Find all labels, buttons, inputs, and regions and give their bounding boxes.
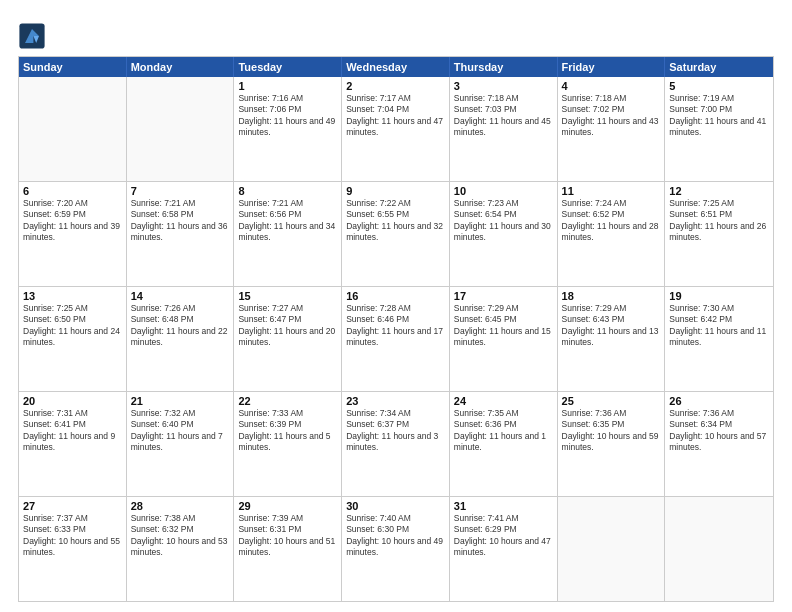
calendar-cell: 28Sunrise: 7:38 AM Sunset: 6:32 PM Dayli… bbox=[127, 497, 235, 601]
cell-info: Sunrise: 7:29 AM Sunset: 6:45 PM Dayligh… bbox=[454, 303, 553, 349]
calendar-cell: 26Sunrise: 7:36 AM Sunset: 6:34 PM Dayli… bbox=[665, 392, 773, 496]
page: SundayMondayTuesdayWednesdayThursdayFrid… bbox=[0, 0, 792, 612]
day-number: 23 bbox=[346, 395, 445, 407]
day-number: 31 bbox=[454, 500, 553, 512]
weekday-header: Wednesday bbox=[342, 57, 450, 77]
calendar-cell: 14Sunrise: 7:26 AM Sunset: 6:48 PM Dayli… bbox=[127, 287, 235, 391]
cell-info: Sunrise: 7:25 AM Sunset: 6:50 PM Dayligh… bbox=[23, 303, 122, 349]
cell-info: Sunrise: 7:19 AM Sunset: 7:00 PM Dayligh… bbox=[669, 93, 769, 139]
calendar: SundayMondayTuesdayWednesdayThursdayFrid… bbox=[18, 56, 774, 602]
weekday-header: Sunday bbox=[19, 57, 127, 77]
calendar-cell: 3Sunrise: 7:18 AM Sunset: 7:03 PM Daylig… bbox=[450, 77, 558, 181]
calendar-cell: 11Sunrise: 7:24 AM Sunset: 6:52 PM Dayli… bbox=[558, 182, 666, 286]
calendar-week: 13Sunrise: 7:25 AM Sunset: 6:50 PM Dayli… bbox=[19, 287, 773, 392]
calendar-cell: 27Sunrise: 7:37 AM Sunset: 6:33 PM Dayli… bbox=[19, 497, 127, 601]
cell-info: Sunrise: 7:36 AM Sunset: 6:34 PM Dayligh… bbox=[669, 408, 769, 454]
weekday-header: Thursday bbox=[450, 57, 558, 77]
calendar-cell: 4Sunrise: 7:18 AM Sunset: 7:02 PM Daylig… bbox=[558, 77, 666, 181]
cell-info: Sunrise: 7:35 AM Sunset: 6:36 PM Dayligh… bbox=[454, 408, 553, 454]
cell-info: Sunrise: 7:18 AM Sunset: 7:03 PM Dayligh… bbox=[454, 93, 553, 139]
calendar-week: 6Sunrise: 7:20 AM Sunset: 6:59 PM Daylig… bbox=[19, 182, 773, 287]
calendar-cell: 13Sunrise: 7:25 AM Sunset: 6:50 PM Dayli… bbox=[19, 287, 127, 391]
calendar-cell: 12Sunrise: 7:25 AM Sunset: 6:51 PM Dayli… bbox=[665, 182, 773, 286]
weekday-header: Tuesday bbox=[234, 57, 342, 77]
day-number: 21 bbox=[131, 395, 230, 407]
cell-info: Sunrise: 7:25 AM Sunset: 6:51 PM Dayligh… bbox=[669, 198, 769, 244]
calendar-cell bbox=[558, 497, 666, 601]
day-number: 1 bbox=[238, 80, 337, 92]
calendar-cell: 6Sunrise: 7:20 AM Sunset: 6:59 PM Daylig… bbox=[19, 182, 127, 286]
cell-info: Sunrise: 7:32 AM Sunset: 6:40 PM Dayligh… bbox=[131, 408, 230, 454]
cell-info: Sunrise: 7:24 AM Sunset: 6:52 PM Dayligh… bbox=[562, 198, 661, 244]
cell-info: Sunrise: 7:36 AM Sunset: 6:35 PM Dayligh… bbox=[562, 408, 661, 454]
calendar-cell: 20Sunrise: 7:31 AM Sunset: 6:41 PM Dayli… bbox=[19, 392, 127, 496]
day-number: 29 bbox=[238, 500, 337, 512]
cell-info: Sunrise: 7:20 AM Sunset: 6:59 PM Dayligh… bbox=[23, 198, 122, 244]
calendar-cell: 17Sunrise: 7:29 AM Sunset: 6:45 PM Dayli… bbox=[450, 287, 558, 391]
calendar-cell: 5Sunrise: 7:19 AM Sunset: 7:00 PM Daylig… bbox=[665, 77, 773, 181]
calendar-header: SundayMondayTuesdayWednesdayThursdayFrid… bbox=[19, 57, 773, 77]
calendar-cell: 10Sunrise: 7:23 AM Sunset: 6:54 PM Dayli… bbox=[450, 182, 558, 286]
day-number: 20 bbox=[23, 395, 122, 407]
calendar-cell: 1Sunrise: 7:16 AM Sunset: 7:06 PM Daylig… bbox=[234, 77, 342, 181]
calendar-week: 1Sunrise: 7:16 AM Sunset: 7:06 PM Daylig… bbox=[19, 77, 773, 182]
day-number: 5 bbox=[669, 80, 769, 92]
day-number: 13 bbox=[23, 290, 122, 302]
day-number: 3 bbox=[454, 80, 553, 92]
calendar-cell: 15Sunrise: 7:27 AM Sunset: 6:47 PM Dayli… bbox=[234, 287, 342, 391]
calendar-cell bbox=[19, 77, 127, 181]
day-number: 24 bbox=[454, 395, 553, 407]
calendar-cell bbox=[665, 497, 773, 601]
cell-info: Sunrise: 7:23 AM Sunset: 6:54 PM Dayligh… bbox=[454, 198, 553, 244]
day-number: 12 bbox=[669, 185, 769, 197]
header bbox=[18, 18, 774, 50]
calendar-cell: 25Sunrise: 7:36 AM Sunset: 6:35 PM Dayli… bbox=[558, 392, 666, 496]
day-number: 22 bbox=[238, 395, 337, 407]
calendar-cell: 21Sunrise: 7:32 AM Sunset: 6:40 PM Dayli… bbox=[127, 392, 235, 496]
cell-info: Sunrise: 7:29 AM Sunset: 6:43 PM Dayligh… bbox=[562, 303, 661, 349]
cell-info: Sunrise: 7:33 AM Sunset: 6:39 PM Dayligh… bbox=[238, 408, 337, 454]
calendar-week: 27Sunrise: 7:37 AM Sunset: 6:33 PM Dayli… bbox=[19, 497, 773, 601]
cell-info: Sunrise: 7:39 AM Sunset: 6:31 PM Dayligh… bbox=[238, 513, 337, 559]
day-number: 8 bbox=[238, 185, 337, 197]
day-number: 26 bbox=[669, 395, 769, 407]
cell-info: Sunrise: 7:31 AM Sunset: 6:41 PM Dayligh… bbox=[23, 408, 122, 454]
cell-info: Sunrise: 7:37 AM Sunset: 6:33 PM Dayligh… bbox=[23, 513, 122, 559]
calendar-cell: 19Sunrise: 7:30 AM Sunset: 6:42 PM Dayli… bbox=[665, 287, 773, 391]
logo-icon bbox=[18, 22, 46, 50]
day-number: 6 bbox=[23, 185, 122, 197]
cell-info: Sunrise: 7:26 AM Sunset: 6:48 PM Dayligh… bbox=[131, 303, 230, 349]
calendar-cell: 31Sunrise: 7:41 AM Sunset: 6:29 PM Dayli… bbox=[450, 497, 558, 601]
calendar-body: 1Sunrise: 7:16 AM Sunset: 7:06 PM Daylig… bbox=[19, 77, 773, 601]
cell-info: Sunrise: 7:41 AM Sunset: 6:29 PM Dayligh… bbox=[454, 513, 553, 559]
day-number: 14 bbox=[131, 290, 230, 302]
day-number: 11 bbox=[562, 185, 661, 197]
cell-info: Sunrise: 7:16 AM Sunset: 7:06 PM Dayligh… bbox=[238, 93, 337, 139]
cell-info: Sunrise: 7:17 AM Sunset: 7:04 PM Dayligh… bbox=[346, 93, 445, 139]
weekday-header: Saturday bbox=[665, 57, 773, 77]
day-number: 10 bbox=[454, 185, 553, 197]
cell-info: Sunrise: 7:27 AM Sunset: 6:47 PM Dayligh… bbox=[238, 303, 337, 349]
calendar-week: 20Sunrise: 7:31 AM Sunset: 6:41 PM Dayli… bbox=[19, 392, 773, 497]
day-number: 15 bbox=[238, 290, 337, 302]
weekday-header: Monday bbox=[127, 57, 235, 77]
cell-info: Sunrise: 7:40 AM Sunset: 6:30 PM Dayligh… bbox=[346, 513, 445, 559]
day-number: 7 bbox=[131, 185, 230, 197]
calendar-cell: 18Sunrise: 7:29 AM Sunset: 6:43 PM Dayli… bbox=[558, 287, 666, 391]
weekday-header: Friday bbox=[558, 57, 666, 77]
day-number: 16 bbox=[346, 290, 445, 302]
day-number: 27 bbox=[23, 500, 122, 512]
cell-info: Sunrise: 7:30 AM Sunset: 6:42 PM Dayligh… bbox=[669, 303, 769, 349]
calendar-cell: 16Sunrise: 7:28 AM Sunset: 6:46 PM Dayli… bbox=[342, 287, 450, 391]
calendar-cell: 2Sunrise: 7:17 AM Sunset: 7:04 PM Daylig… bbox=[342, 77, 450, 181]
day-number: 19 bbox=[669, 290, 769, 302]
day-number: 28 bbox=[131, 500, 230, 512]
day-number: 2 bbox=[346, 80, 445, 92]
cell-info: Sunrise: 7:18 AM Sunset: 7:02 PM Dayligh… bbox=[562, 93, 661, 139]
calendar-cell: 22Sunrise: 7:33 AM Sunset: 6:39 PM Dayli… bbox=[234, 392, 342, 496]
calendar-cell: 9Sunrise: 7:22 AM Sunset: 6:55 PM Daylig… bbox=[342, 182, 450, 286]
calendar-cell: 29Sunrise: 7:39 AM Sunset: 6:31 PM Dayli… bbox=[234, 497, 342, 601]
day-number: 17 bbox=[454, 290, 553, 302]
day-number: 18 bbox=[562, 290, 661, 302]
day-number: 25 bbox=[562, 395, 661, 407]
